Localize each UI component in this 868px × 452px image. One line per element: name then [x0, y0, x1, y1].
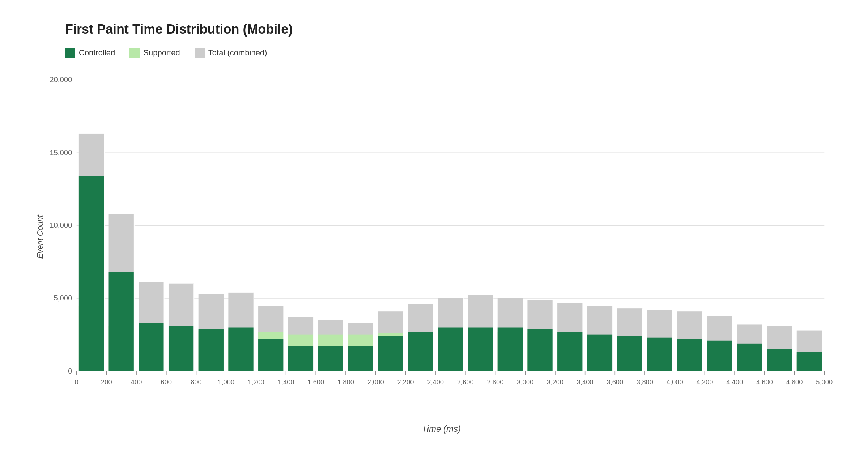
chart-container: First Paint Time Distribution (Mobile) C… — [0, 0, 868, 452]
svg-text:4,600: 4,600 — [756, 378, 773, 386]
legend: Controlled Supported Total (combined) — [65, 48, 839, 58]
svg-rect-28 — [199, 329, 224, 371]
legend-controlled: Controlled — [65, 48, 115, 58]
svg-text:3,400: 3,400 — [577, 378, 593, 386]
svg-rect-16 — [109, 272, 134, 371]
svg-text:20,000: 20,000 — [50, 75, 72, 84]
svg-text:2,400: 2,400 — [427, 378, 444, 386]
svg-text:2,200: 2,200 — [397, 378, 414, 386]
svg-rect-36 — [258, 339, 284, 371]
svg-text:600: 600 — [161, 378, 172, 386]
svg-text:4,800: 4,800 — [786, 378, 803, 386]
svg-rect-68 — [498, 328, 523, 371]
x-axis-label: Time (ms) — [422, 424, 461, 434]
svg-text:0: 0 — [75, 378, 78, 386]
svg-rect-20 — [139, 323, 164, 371]
svg-rect-100 — [737, 344, 762, 371]
svg-rect-44 — [318, 346, 343, 371]
controlled-label: Controlled — [79, 48, 115, 57]
svg-text:800: 800 — [191, 378, 202, 386]
svg-rect-84 — [617, 336, 643, 371]
svg-text:4,200: 4,200 — [697, 378, 713, 386]
svg-rect-12 — [79, 176, 104, 371]
svg-text:1,400: 1,400 — [278, 378, 294, 386]
svg-text:2,600: 2,600 — [457, 378, 474, 386]
svg-rect-24 — [169, 326, 194, 371]
total-swatch — [195, 48, 205, 58]
svg-text:3,600: 3,600 — [607, 378, 623, 386]
svg-text:1,600: 1,600 — [307, 378, 324, 386]
svg-rect-96 — [707, 341, 732, 371]
svg-text:3,200: 3,200 — [547, 378, 563, 386]
svg-text:3,800: 3,800 — [637, 378, 653, 386]
svg-rect-64 — [468, 328, 493, 371]
supported-label: Supported — [143, 48, 180, 57]
chart-title: First Paint Time Distribution (Mobile) — [65, 22, 839, 37]
controlled-swatch — [65, 48, 75, 58]
y-axis-label: Event Count — [35, 215, 45, 259]
supported-swatch — [129, 48, 140, 58]
chart-svg: 05,00010,00015,00020,00002004006008001,0… — [43, 72, 839, 401]
svg-text:1,200: 1,200 — [248, 378, 264, 386]
svg-rect-48 — [348, 346, 373, 371]
svg-text:200: 200 — [101, 378, 112, 386]
svg-text:1,000: 1,000 — [218, 378, 234, 386]
svg-text:0: 0 — [68, 366, 72, 375]
svg-rect-40 — [288, 346, 314, 371]
svg-text:2,800: 2,800 — [487, 378, 504, 386]
svg-text:4,000: 4,000 — [667, 378, 683, 386]
chart-area: Event Count Time (ms) 05,00010,00015,000… — [43, 72, 839, 401]
legend-total: Total (combined) — [195, 48, 267, 58]
svg-rect-88 — [647, 338, 672, 371]
svg-rect-108 — [797, 352, 822, 371]
svg-rect-32 — [228, 328, 254, 371]
svg-text:15,000: 15,000 — [50, 148, 72, 156]
total-label: Total (combined) — [208, 48, 267, 57]
svg-text:400: 400 — [131, 378, 142, 386]
legend-supported: Supported — [129, 48, 180, 58]
svg-text:5,000: 5,000 — [816, 378, 833, 386]
svg-rect-72 — [527, 329, 553, 371]
svg-text:3,000: 3,000 — [517, 378, 533, 386]
svg-rect-80 — [587, 335, 613, 371]
svg-text:4,400: 4,400 — [726, 378, 743, 386]
svg-text:5,000: 5,000 — [54, 294, 72, 302]
svg-rect-60 — [438, 328, 463, 371]
svg-text:2,000: 2,000 — [367, 378, 384, 386]
svg-text:10,000: 10,000 — [50, 221, 72, 229]
svg-rect-104 — [767, 349, 792, 371]
svg-rect-56 — [408, 332, 433, 371]
svg-text:1,800: 1,800 — [337, 378, 354, 386]
svg-rect-76 — [557, 332, 583, 371]
svg-rect-52 — [378, 336, 403, 371]
svg-rect-92 — [677, 339, 702, 371]
